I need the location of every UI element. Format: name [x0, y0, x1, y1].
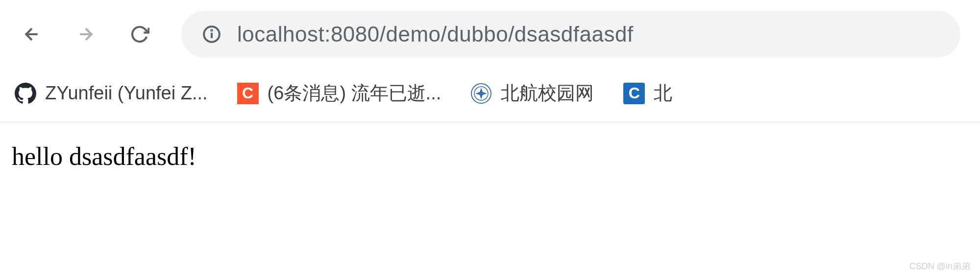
- bookmark-label: 北: [654, 81, 672, 106]
- back-button[interactable]: [20, 22, 44, 46]
- bookmarks-bar: ZYunfeii (Yunfei Z... C (6条消息) 流年已逝... 北…: [0, 69, 980, 122]
- bookmark-buaa[interactable]: 北航校园网: [470, 81, 594, 106]
- watermark: CSDN @in弟弟: [909, 260, 970, 272]
- svg-point-2: [211, 30, 212, 31]
- github-icon: [15, 83, 36, 104]
- bookmark-csdn-red[interactable]: C (6条消息) 流年已逝...: [237, 81, 441, 106]
- bookmark-github[interactable]: ZYunfeii (Yunfei Z...: [15, 83, 208, 104]
- browser-toolbar: localhost:8080/demo/dubbo/dsasdfaasdf: [0, 0, 980, 69]
- arrow-left-icon: [22, 24, 42, 44]
- csdn-blue-icon: C: [623, 83, 645, 104]
- nav-controls: [20, 22, 152, 46]
- page-body-text: hello dsasdfaasdf!: [12, 142, 968, 171]
- reload-icon: [130, 24, 149, 44]
- bookmark-label: (6条消息) 流年已逝...: [268, 81, 441, 106]
- forward-button[interactable]: [74, 22, 98, 46]
- buaa-icon: [470, 83, 492, 104]
- page-content: hello dsasdfaasdf!: [0, 122, 980, 190]
- url-text: localhost:8080/demo/dubbo/dsasdfaasdf: [237, 22, 634, 46]
- csdn-red-icon: C: [237, 83, 259, 104]
- site-info-icon[interactable]: [201, 23, 222, 45]
- bookmark-label: 北航校园网: [501, 81, 594, 106]
- address-bar[interactable]: localhost:8080/demo/dubbo/dsasdfaasdf: [181, 11, 960, 58]
- bookmark-label: ZYunfeii (Yunfei Z...: [45, 83, 208, 104]
- arrow-right-icon: [76, 24, 96, 44]
- bookmark-csdn-blue[interactable]: C 北: [623, 81, 672, 106]
- reload-button[interactable]: [127, 22, 152, 46]
